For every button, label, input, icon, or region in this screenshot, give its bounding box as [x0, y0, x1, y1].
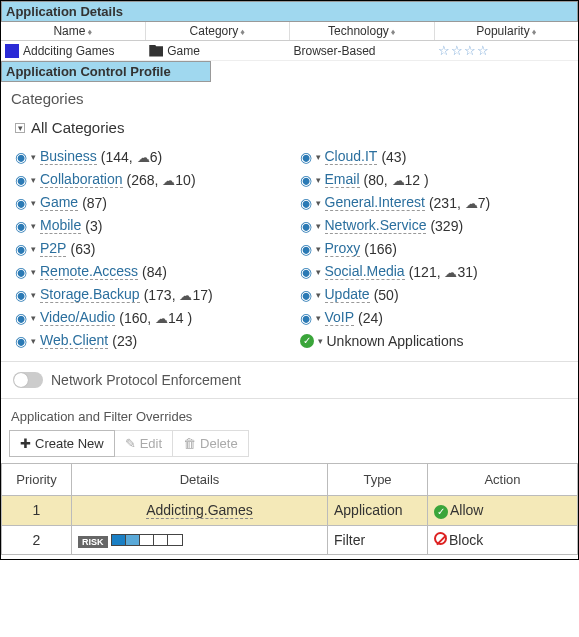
- th-type[interactable]: Type: [328, 464, 428, 496]
- cat-name[interactable]: Web.Client: [40, 332, 108, 349]
- cell-priority: 1: [2, 496, 72, 526]
- cat-count: (84): [142, 264, 167, 280]
- table-row[interactable]: 1 Addicting.Games Application ✓Allow: [2, 496, 578, 526]
- cat-count: (268, ☁10): [127, 172, 196, 188]
- eye-icon: ◉: [300, 310, 312, 326]
- npe-row: Network Protocol Enforcement: [1, 361, 578, 399]
- cat-name[interactable]: Collaboration: [40, 171, 123, 188]
- edit-button[interactable]: ✎Edit: [115, 430, 173, 457]
- eye-icon: ◉: [15, 218, 27, 234]
- eye-icon: ◉: [300, 264, 312, 280]
- cat-name[interactable]: P2P: [40, 240, 66, 257]
- category-item[interactable]: ✓▾ Unknown Applications: [300, 332, 565, 349]
- plus-icon: ✚: [20, 436, 31, 451]
- category-item[interactable]: ◉▾ Update (50): [300, 286, 565, 303]
- cat-name[interactable]: Network.Service: [325, 217, 427, 234]
- cat-name[interactable]: Business: [40, 148, 97, 165]
- category-item[interactable]: ◉▾ Web.Client (23): [15, 332, 280, 349]
- delete-label: Delete: [200, 436, 238, 451]
- eye-icon: ◉: [15, 287, 27, 303]
- caret-icon: ▾: [31, 290, 36, 300]
- col-popularity[interactable]: Popularity♦: [435, 22, 579, 40]
- overrides-table: Priority Details Type Action 1 Addicting…: [1, 463, 578, 555]
- th-details[interactable]: Details: [72, 464, 328, 496]
- col-technology[interactable]: Technology♦: [290, 22, 435, 40]
- category-item[interactable]: ◉▾ Email (80, ☁12 ): [300, 171, 565, 188]
- cat-name[interactable]: Storage.Backup: [40, 286, 140, 303]
- cat-count: (160, ☁14 ): [119, 310, 192, 326]
- cloud-icon: ☁: [444, 265, 457, 280]
- details-link[interactable]: Addicting.Games: [146, 502, 253, 519]
- delete-button[interactable]: 🗑Delete: [173, 430, 249, 457]
- eye-icon: ◉: [15, 241, 27, 257]
- cat-name[interactable]: General.Interest: [325, 194, 425, 211]
- cell-category-text: Game: [167, 44, 200, 58]
- category-item[interactable]: ◉▾ Network.Service (329): [300, 217, 565, 234]
- action-text: Block: [449, 532, 483, 548]
- app-details-row[interactable]: Addciting Games Game Browser-Based ☆☆☆☆: [1, 41, 578, 61]
- cat-name[interactable]: Cloud.IT: [325, 148, 378, 165]
- category-item[interactable]: ◉▾ Social.Media (121, ☁31): [300, 263, 565, 280]
- category-item[interactable]: ◉▾ P2P (63): [15, 240, 280, 257]
- category-item[interactable]: ◉▾ Mobile (3): [15, 217, 280, 234]
- cat-count: (50): [374, 287, 399, 303]
- caret-icon: ▾: [316, 244, 321, 254]
- caret-icon: ▾: [31, 313, 36, 323]
- sort-icon: ♦: [240, 27, 245, 37]
- category-item[interactable]: ◉▾ General.Interest (231, ☁7): [300, 194, 565, 211]
- col-popularity-label: Popularity: [476, 24, 529, 38]
- cat-name[interactable]: Mobile: [40, 217, 81, 234]
- caret-icon: ▾: [31, 336, 36, 346]
- category-item[interactable]: ◉▾ Storage.Backup (173, ☁17): [15, 286, 280, 303]
- caret-icon: ▾: [31, 198, 36, 208]
- cat-count: (87): [82, 195, 107, 211]
- all-categories-toggle[interactable]: ▾ All Categories: [1, 115, 578, 146]
- eye-icon: ◉: [300, 241, 312, 257]
- cell-details: RISK: [72, 525, 328, 554]
- col-category[interactable]: Category♦: [146, 22, 291, 40]
- edit-label: Edit: [140, 436, 162, 451]
- caret-icon: ▾: [31, 267, 36, 277]
- th-action[interactable]: Action: [428, 464, 578, 496]
- cat-count: (80, ☁12 ): [364, 172, 429, 188]
- category-item[interactable]: ◉▾ Video/Audio (160, ☁14 ): [15, 309, 280, 326]
- cat-name[interactable]: Video/Audio: [40, 309, 115, 326]
- cat-name[interactable]: Proxy: [325, 240, 361, 257]
- cat-name[interactable]: Remote.Access: [40, 263, 138, 280]
- category-item[interactable]: ◉▾ VoIP (24): [300, 309, 565, 326]
- th-priority[interactable]: Priority: [2, 464, 72, 496]
- eye-icon: ◉: [15, 172, 27, 188]
- category-item[interactable]: ◉▾ Remote.Access (84): [15, 263, 280, 280]
- cell-type: Filter: [328, 525, 428, 554]
- category-item[interactable]: ◉▾ Proxy (166): [300, 240, 565, 257]
- cell-category: Game: [145, 41, 289, 60]
- npe-label: Network Protocol Enforcement: [51, 372, 241, 388]
- col-name-label: Name: [53, 24, 85, 38]
- col-name[interactable]: Name♦: [1, 22, 146, 40]
- cat-count: (24): [358, 310, 383, 326]
- cell-action: ✓Allow: [428, 496, 578, 526]
- cloud-icon: ☁: [465, 196, 478, 211]
- cat-name[interactable]: Social.Media: [325, 263, 405, 280]
- eye-icon: ◉: [15, 149, 27, 165]
- cat-name[interactable]: Update: [325, 286, 370, 303]
- npe-toggle[interactable]: [13, 372, 43, 388]
- cat-name[interactable]: VoIP: [325, 309, 355, 326]
- cat-name[interactable]: Game: [40, 194, 78, 211]
- category-item[interactable]: ◉▾ Game (87): [15, 194, 280, 211]
- cell-details: Addicting.Games: [72, 496, 328, 526]
- table-row[interactable]: 2 RISK Filter Block: [2, 525, 578, 554]
- cat-name[interactable]: Email: [325, 171, 360, 188]
- create-new-button[interactable]: ✚Create New: [9, 430, 115, 457]
- cat-count: (43): [381, 149, 406, 165]
- cloud-icon: ☁: [137, 150, 150, 165]
- eye-icon: ◉: [300, 149, 312, 165]
- pencil-icon: ✎: [125, 436, 136, 451]
- sort-icon: ♦: [87, 27, 92, 37]
- cell-action: Block: [428, 525, 578, 554]
- category-item[interactable]: ◉▾ Collaboration (268, ☁10): [15, 171, 280, 188]
- category-item[interactable]: ◉▾ Business (144, ☁6): [15, 148, 280, 165]
- cat-count: (231, ☁7): [429, 195, 490, 211]
- overrides-title: Application and Filter Overrides: [1, 399, 578, 430]
- category-item[interactable]: ◉▾ Cloud.IT (43): [300, 148, 565, 165]
